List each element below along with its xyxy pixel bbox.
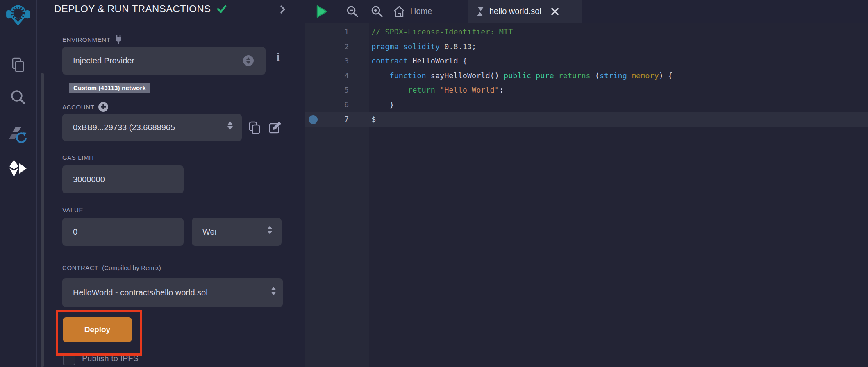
token-keyword: contract [371,57,408,65]
deploy-button[interactable]: Deploy [63,317,132,342]
editor-toolbar: Home hello world.sol [305,0,868,23]
token-plain [399,42,403,51]
gas-limit-label: GAS LIMIT [62,154,95,161]
solidity-compiler-icon[interactable] [0,125,36,146]
unit-spinner-icon[interactable] [267,226,273,234]
activity-bar [0,0,37,367]
line-number: 1 [320,25,349,39]
token-plain: } [371,100,394,109]
line-number: 2 [320,39,349,54]
line-number: 3 [320,54,349,68]
token-builtin: public [504,71,531,80]
contract-sublabel: (Compiled by Remix) [102,264,161,271]
home-tab-label: Home [410,7,432,16]
tab-file-active[interactable]: hello world.sol [468,0,582,23]
environment-label: ENVIRONMENT [62,34,123,44]
zoom-out-icon[interactable] [346,0,359,23]
contract-spinner-icon[interactable] [271,287,276,295]
code-line[interactable]: function sayHelloWorld() public pure ret… [371,68,673,83]
token-builtin: pure [536,71,554,80]
token-plain [435,86,440,94]
token-plain [371,71,390,80]
token-modifier: returns [559,71,591,80]
remix-ide-window: DEPLOY & RUN TRANSACTIONS ENVIRONMENT In… [0,0,868,367]
code-lines[interactable]: // SPDX-License-Identifier: MITpragma so… [371,25,673,127]
token-plain [554,71,559,80]
token-prompt: $ [371,115,376,123]
gutter-numbers: 1234567 [320,25,349,127]
value-unit-select[interactable]: Wei [192,218,282,246]
indent-guide [370,68,370,112]
code-line[interactable]: } [371,97,673,112]
token-plain [371,86,408,94]
gas-limit-input[interactable]: 3000000 [62,165,184,193]
code-line[interactable]: return "Hello World"; [371,83,673,97]
search-icon[interactable] [0,88,36,106]
value-label: VALUE [62,206,83,213]
account-spinner-icon[interactable] [227,121,233,130]
zoom-in-icon[interactable] [371,0,383,23]
token-keyword: solidity [403,42,440,51]
close-icon[interactable] [551,7,559,16]
environment-select[interactable]: Injected Provider [62,47,266,75]
token-keyword: string [600,71,627,80]
token-plain: ; [499,86,504,94]
edit-icon[interactable] [268,121,282,134]
token-plain: ( [591,71,600,80]
token-keyword: function [390,71,426,80]
line-number: 7 [320,112,349,127]
value-amount: 0 [62,227,77,237]
file-tab-label: hello world.sol [489,7,541,16]
green-checkmark-icon [217,5,227,13]
home-icon [393,6,405,17]
contract-label: CONTRACT (Compiled by Remix) [62,264,161,271]
editor-area: Home hello world.sol [305,0,868,367]
tab-home[interactable]: Home [393,0,432,23]
solidity-file-icon [476,6,485,17]
token-storage: memory [632,71,659,80]
breakpoint-dot[interactable] [309,115,318,124]
line-number: 6 [320,97,349,112]
file-explorer-icon[interactable] [0,56,36,73]
value-unit: Wei [192,227,216,237]
account-select[interactable]: 0xBB9...29733 (23.6688965 [62,114,242,141]
token-control: return [408,86,435,94]
token-string: "Hello World" [440,86,499,94]
contract-value: HelloWorld - contracts/hello world.sol [62,288,208,297]
plug-icon [114,34,123,44]
deploy-run-icon[interactable] [0,159,36,179]
publish-ipfs-checkbox[interactable] [63,353,75,365]
token-plain [627,71,632,80]
token-plain: sayHelloWorld() [426,71,504,80]
code-line[interactable]: contract HelloWorld { [371,54,673,68]
gas-limit-value: 3000000 [62,175,105,184]
token-plain: ) { [659,71,673,80]
run-script-icon[interactable] [316,0,327,23]
account-label: ACCOUNT [62,102,109,112]
line-number: 4 [320,68,349,83]
network-badge: Custom (43113) network [69,83,150,93]
code-line[interactable]: $ [371,112,673,127]
token-keyword: pragma [371,42,399,51]
code-line[interactable]: // SPDX-License-Identifier: MIT [371,25,673,39]
line-number: 5 [320,83,349,97]
token-comment: // SPDX-License-Identifier: MIT [371,27,513,36]
token-plain [531,71,536,80]
panel-expand-chevron-icon[interactable] [279,5,286,14]
token-number: 0.8.13 [444,42,472,51]
value-input[interactable]: 0 [62,218,184,246]
panel-title: DEPLOY & RUN TRANSACTIONS [54,3,227,15]
token-plain: ; [472,42,476,51]
token-plain [440,42,444,51]
contract-select[interactable]: HelloWorld - contracts/hello world.sol [62,278,283,307]
code-line[interactable]: pragma solidity 0.8.13; [371,39,673,54]
copy-icon[interactable] [248,121,261,135]
environment-caret-icon[interactable] [243,55,254,66]
plus-circle-icon[interactable] [98,102,109,112]
account-value: 0xBB9...29733 (23.6688965 [62,123,175,132]
panel-scrollbar[interactable] [41,73,44,367]
publish-ipfs-label: Publish to IPFS [82,354,139,363]
info-icon[interactable]: i [277,51,280,63]
remix-logo[interactable] [0,3,36,26]
deploy-run-panel: DEPLOY & RUN TRANSACTIONS ENVIRONMENT In… [37,0,305,367]
